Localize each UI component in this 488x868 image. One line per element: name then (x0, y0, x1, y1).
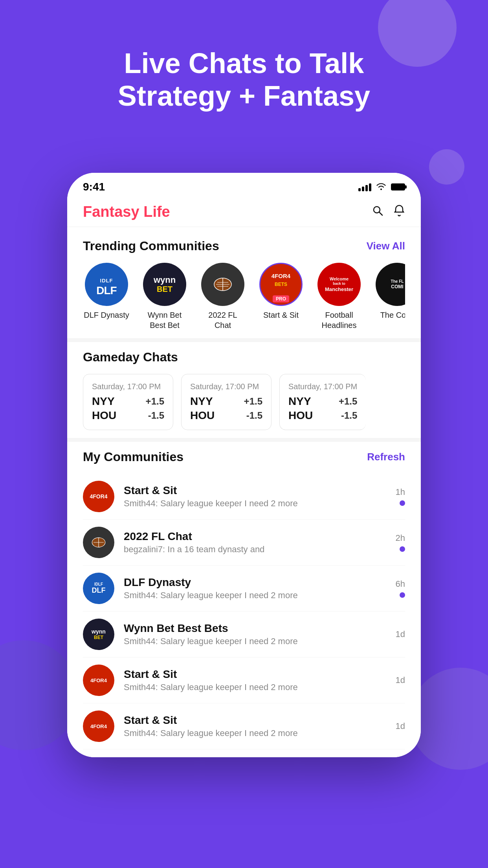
team2-odds-2: -1.5 (341, 410, 357, 421)
community-item-dlf[interactable]: IDLF DLF DLF Dynasty (83, 263, 130, 330)
community-row-info-1: 2022 FL Chat begzalini7: In a 16 team dy… (124, 530, 389, 555)
community-list-item-0[interactable]: 4FOR4 Start & Sit Smith44: Salary league… (83, 474, 405, 520)
trending-communities-scroll: IDLF DLF DLF Dynasty wynn BET Wynn Bet (83, 263, 405, 334)
community-row-avatar-1 (83, 527, 114, 558)
gameday-cards-scroll: Saturday, 17:00 PM NYY +1.5 HOU -1.5 Sat… (83, 374, 405, 430)
community-row-meta-1: 2h (396, 533, 405, 552)
unread-dot-0 (400, 500, 405, 506)
community-row-time-2: 6h (396, 579, 405, 589)
search-icon[interactable] (371, 204, 384, 220)
community-row-name-2: DLF Dynasty (124, 576, 389, 589)
team2-abbr-2: HOU (288, 409, 313, 422)
community-row-time-0: 1h (396, 487, 405, 497)
team1-abbr-1: NYY (190, 395, 213, 408)
community-row-avatar-4: 4FOR4 (83, 665, 114, 696)
community-list: 4FOR4 Start & Sit Smith44: Salary league… (83, 474, 405, 749)
phone-mockup: 9:41 Fantasy L (67, 173, 421, 757)
my-communities-header: My Communities Refresh (83, 450, 405, 464)
gameday-matchup-0: NYY +1.5 HOU -1.5 (92, 395, 164, 422)
my-communities-title: My Communities (83, 450, 183, 464)
header-action-icons (371, 204, 405, 220)
community-item-4for4[interactable]: 4FOR4 BETS Start & Sit (257, 263, 305, 330)
notification-bell-icon[interactable] (393, 204, 405, 220)
community-item-fl2022[interactable]: 2022 FL Chat (199, 263, 246, 330)
community-list-item-2[interactable]: IDLF DLF DLF Dynasty Smith44: Salary lea… (83, 566, 405, 612)
community-row-preview-0: Smith44: Salary league keeper I need 2 m… (124, 498, 389, 509)
wifi-icon (376, 182, 386, 192)
team1-abbr: NYY (92, 395, 115, 408)
team1-odds-1: +1.5 (244, 396, 262, 407)
matchup-row-team2: HOU -1.5 (92, 409, 164, 422)
team2-odds-1: -1.5 (246, 410, 262, 421)
community-row-avatar-0: 4FOR4 (83, 481, 114, 512)
refresh-button[interactable]: Refresh (367, 451, 405, 463)
community-item-comi[interactable]: The FL COMI The Comi (374, 263, 405, 330)
section-divider-1 (67, 338, 421, 342)
app-title: Fantasy Life (83, 203, 170, 220)
unread-dot-1 (400, 546, 405, 552)
section-divider-2 (67, 438, 421, 442)
community-label-comi: The Comi (380, 310, 405, 320)
my-communities-section: My Communities Refresh 4FOR4 Start & Sit… (67, 442, 421, 757)
team1-abbr-2: NYY (288, 395, 311, 408)
community-row-avatar-3: wynn BET (83, 619, 114, 650)
view-all-button[interactable]: View All (367, 240, 405, 252)
community-avatar-4for4: 4FOR4 BETS (259, 263, 303, 306)
community-list-item-1[interactable]: 2022 FL Chat begzalini7: In a 16 team dy… (83, 520, 405, 566)
community-row-time-4: 1d (396, 675, 405, 685)
community-row-meta-3: 1d (396, 629, 405, 639)
trending-title: Trending Communities (83, 239, 219, 253)
community-list-item-5[interactable]: 4FOR4 Start & Sit Smith44: Salary league… (83, 703, 405, 749)
gameday-section: Gameday Chats Saturday, 17:00 PM NYY +1.… (67, 342, 421, 438)
community-avatar-dlf: IDLF DLF (85, 263, 128, 306)
community-label-dlf: DLF Dynasty (84, 310, 129, 320)
community-row-preview-4: Smith44: Salary league keeper I need 2 m… (124, 682, 389, 692)
hero-text: Live Chats to Talk Strategy + Fantasy (0, 47, 488, 112)
team1-odds-2: +1.5 (339, 396, 357, 407)
community-item-wynn[interactable]: wynn BET Wynn Bet Best Bet (141, 263, 188, 330)
community-label-wynn: Wynn Bet Best Bet (141, 310, 188, 330)
gameday-matchup-2: NYY +1.5 HOU -1.5 (288, 395, 357, 422)
community-row-info-4: Start & Sit Smith44: Salary league keepe… (124, 668, 389, 692)
gameday-time-2: Saturday, 17:00 PM (288, 382, 357, 391)
community-row-meta-2: 6h (396, 579, 405, 598)
community-row-name-4: Start & Sit (124, 668, 389, 681)
status-icons (358, 182, 405, 192)
community-list-item-4[interactable]: 4FOR4 Start & Sit Smith44: Salary league… (83, 657, 405, 703)
community-row-meta-0: 1h (396, 487, 405, 506)
team2-abbr-1: HOU (190, 409, 215, 422)
team2-abbr: HOU (92, 409, 116, 422)
community-row-info-5: Start & Sit Smith44: Salary league keepe… (124, 714, 389, 738)
community-row-info-2: DLF Dynasty Smith44: Salary league keepe… (124, 576, 389, 601)
community-avatar-fl2022 (201, 263, 244, 306)
community-item-man[interactable]: Welcome back to Manchester Football Head… (316, 263, 363, 330)
community-row-name-3: Wynn Bet Best Bets (124, 622, 389, 635)
gameday-card-0[interactable]: Saturday, 17:00 PM NYY +1.5 HOU -1.5 (83, 374, 173, 430)
team2-odds: -1.5 (148, 410, 164, 421)
community-list-item-3[interactable]: wynn BET Wynn Bet Best Bets Smith44: Sal… (83, 612, 405, 657)
community-row-preview-2: Smith44: Salary league keeper I need 2 m… (124, 590, 389, 601)
gameday-card-1[interactable]: Saturday, 17:00 PM NYY +1.5 HOU -1.5 (181, 374, 272, 430)
matchup-row-team1: NYY +1.5 (92, 395, 164, 408)
status-time: 9:41 (83, 181, 105, 193)
community-avatar-wynn: wynn BET (143, 263, 186, 306)
community-row-time-1: 2h (396, 533, 405, 543)
svg-line-1 (379, 212, 382, 215)
bg-decoration-circle-mid (429, 149, 464, 185)
bg-decoration-blob-left (0, 640, 79, 750)
community-row-name-5: Start & Sit (124, 714, 389, 727)
bg-decoration-blob-right (409, 668, 488, 770)
community-row-preview-3: Smith44: Salary league keeper I need 2 m… (124, 636, 389, 646)
community-row-meta-4: 1d (396, 675, 405, 685)
trending-section: Trending Communities View All IDLF DLF D… (67, 227, 421, 338)
community-row-info-3: Wynn Bet Best Bets Smith44: Salary leagu… (124, 622, 389, 646)
community-row-preview-1: begzalini7: In a 16 team dynasty and (124, 544, 389, 555)
unread-dot-2 (400, 592, 405, 598)
gameday-section-header: Gameday Chats (83, 350, 405, 364)
community-label-fl2022: 2022 FL Chat (199, 310, 246, 330)
team1-odds: +1.5 (146, 396, 164, 407)
gameday-card-2[interactable]: Saturday, 17:00 PM NYY +1.5 HOU -1.5 (279, 374, 366, 430)
community-label-4for4: Start & Sit (263, 310, 299, 320)
gameday-title: Gameday Chats (83, 350, 178, 364)
community-row-preview-5: Smith44: Salary league keeper I need 2 m… (124, 728, 389, 738)
